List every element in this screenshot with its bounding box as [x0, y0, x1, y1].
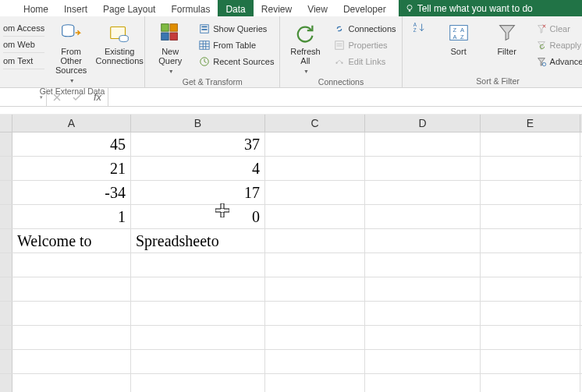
cell[interactable]: [131, 326, 265, 349]
cell[interactable]: [265, 326, 365, 349]
cell[interactable]: [481, 302, 580, 325]
cell[interactable]: [12, 277, 131, 301]
cell[interactable]: Spreadsheeto: [131, 229, 265, 253]
tab-review[interactable]: Review: [254, 0, 300, 16]
from-access-button[interactable]: om Access: [3, 20, 44, 37]
tab-page-layout[interactable]: Page Layout: [95, 0, 163, 16]
cell[interactable]: [481, 229, 580, 253]
cell[interactable]: [481, 374, 580, 392]
filter-button[interactable]: Filter: [485, 19, 529, 56]
cell[interactable]: [365, 374, 481, 392]
tab-data[interactable]: Data: [218, 0, 253, 16]
cell[interactable]: [481, 181, 580, 204]
cell[interactable]: [365, 253, 481, 277]
cell[interactable]: [365, 132, 481, 156]
cell[interactable]: [131, 253, 265, 277]
col-header-d[interactable]: D: [365, 115, 481, 132]
tab-view[interactable]: View: [300, 0, 335, 16]
tell-me-search[interactable]: Tell me what you want to do: [399, 0, 582, 16]
recent-sources-button[interactable]: Recent Sources: [197, 53, 276, 69]
cell[interactable]: [131, 350, 265, 373]
refresh-all-button[interactable]: Refresh All ▼: [283, 19, 327, 76]
properties-button[interactable]: Properties: [332, 37, 398, 53]
cell[interactable]: [365, 277, 481, 301]
existing-connections-button[interactable]: Existing Connections: [98, 19, 141, 65]
cell[interactable]: [481, 326, 580, 349]
row-header[interactable]: [0, 229, 12, 253]
cell[interactable]: Welcome to: [12, 229, 131, 253]
cell[interactable]: [131, 374, 265, 392]
cell[interactable]: [12, 326, 131, 349]
from-web-button[interactable]: om Web: [3, 37, 44, 53]
cell[interactable]: [12, 302, 131, 325]
cell[interactable]: [365, 302, 481, 325]
tab-home[interactable]: Home: [16, 0, 56, 16]
cell[interactable]: [365, 157, 481, 180]
cell[interactable]: [12, 350, 131, 373]
cell[interactable]: [481, 350, 580, 373]
from-other-sources-button[interactable]: From Other Sources ▼: [49, 19, 93, 86]
cell[interactable]: [12, 374, 131, 392]
cell[interactable]: 4: [131, 157, 265, 180]
row-header[interactable]: [0, 157, 12, 180]
row-header[interactable]: [0, 374, 12, 392]
cell[interactable]: [265, 374, 365, 392]
cell[interactable]: 1: [12, 205, 131, 228]
cell[interactable]: [365, 205, 481, 228]
cell[interactable]: [481, 157, 580, 180]
tab-insert[interactable]: Insert: [56, 0, 95, 16]
cell[interactable]: [265, 181, 365, 204]
cell[interactable]: 37: [131, 132, 265, 156]
advanced-button[interactable]: Advanced: [534, 53, 582, 69]
tab-developer[interactable]: Developer: [335, 0, 394, 16]
col-header-b[interactable]: B: [131, 115, 265, 132]
from-text-button[interactable]: om Text: [3, 53, 44, 69]
cell[interactable]: [265, 157, 365, 180]
cell[interactable]: [131, 302, 265, 325]
show-queries-button[interactable]: Show Queries: [197, 20, 276, 37]
cell[interactable]: [265, 277, 365, 301]
row-header[interactable]: [0, 277, 12, 301]
from-table-button[interactable]: From Table: [197, 37, 276, 53]
row-header[interactable]: [0, 253, 12, 277]
row-header[interactable]: [0, 132, 12, 156]
cell[interactable]: 0: [131, 205, 265, 228]
cell[interactable]: [265, 229, 365, 253]
col-header-a[interactable]: A: [12, 115, 131, 132]
select-all-corner[interactable]: [0, 115, 12, 132]
cell[interactable]: [365, 350, 481, 373]
cell[interactable]: [365, 181, 481, 204]
cell[interactable]: [131, 277, 265, 301]
cell[interactable]: [12, 253, 131, 277]
cell[interactable]: [265, 205, 365, 228]
cell[interactable]: 45: [12, 132, 131, 156]
row-header[interactable]: [0, 181, 12, 204]
col-header-c[interactable]: C: [265, 115, 365, 132]
cell[interactable]: [265, 253, 365, 277]
clear-button[interactable]: Clear: [534, 20, 582, 37]
formula-input[interactable]: [108, 88, 582, 106]
cell[interactable]: [265, 132, 365, 156]
cell[interactable]: -34: [12, 181, 131, 204]
reapply-button[interactable]: Reapply: [534, 37, 582, 53]
sort-asc-button[interactable]: AZ: [406, 19, 432, 36]
cell[interactable]: [265, 350, 365, 373]
cell[interactable]: [265, 302, 365, 325]
cell[interactable]: [481, 205, 580, 228]
row-header[interactable]: [0, 350, 12, 373]
row-header[interactable]: [0, 205, 12, 228]
connections-button[interactable]: Connections: [332, 20, 398, 37]
row-header[interactable]: [0, 326, 12, 349]
col-header-e[interactable]: E: [481, 115, 580, 132]
cell[interactable]: [365, 326, 481, 349]
cell[interactable]: [481, 132, 580, 156]
cell[interactable]: [481, 277, 580, 301]
new-query-button[interactable]: New Query ▼: [148, 19, 192, 76]
cell[interactable]: 21: [12, 157, 131, 180]
edit-links-button[interactable]: Edit Links: [332, 53, 398, 69]
row-header[interactable]: [0, 302, 12, 325]
tab-formulas[interactable]: Formulas: [163, 0, 218, 16]
cell[interactable]: [365, 229, 481, 253]
cell[interactable]: [481, 253, 580, 277]
sort-button[interactable]: ZAAZ Sort: [437, 19, 481, 56]
